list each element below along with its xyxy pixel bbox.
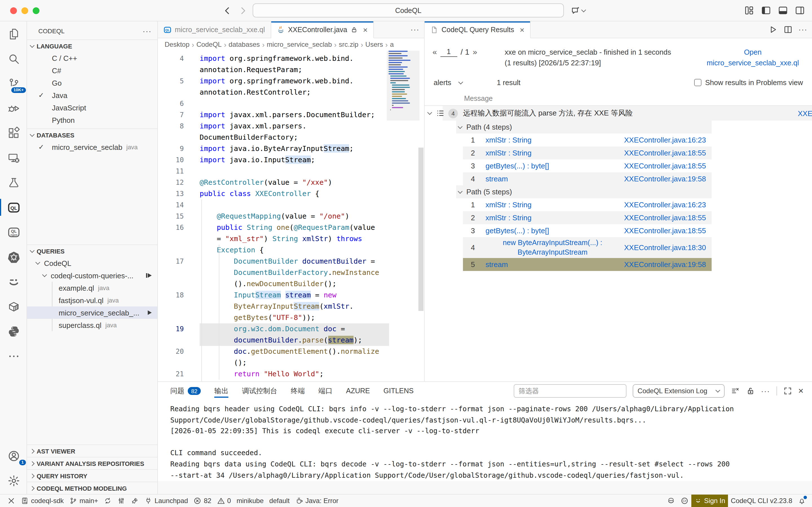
query-file-superclass-ql[interactable]: superclass.qljava bbox=[27, 319, 157, 331]
language-item-go[interactable]: Go bbox=[27, 76, 157, 89]
activity-feedback-smiley-icon[interactable] bbox=[0, 269, 27, 294]
code-line[interactable]: 11 bbox=[158, 166, 424, 177]
code-line[interactable]: annotation.RestController; bbox=[158, 87, 424, 98]
path-group-header[interactable]: Path (4 steps) bbox=[456, 121, 712, 133]
breadcrumb-item[interactable]: a bbox=[390, 41, 394, 48]
code-line[interactable]: 17 DocumentBuilder documentBuilder = bbox=[158, 256, 424, 267]
results-more-actions-icon[interactable]: ··· bbox=[799, 25, 808, 34]
status-default[interactable]: default bbox=[266, 495, 292, 507]
section-ast-viewer[interactable]: AST VIEWER bbox=[27, 445, 157, 457]
code-line[interactable]: ().newDocumentBuilder(); bbox=[158, 278, 424, 290]
output-channel-select[interactable]: CodeQL Extension Log bbox=[632, 384, 724, 398]
customize-layout-icon[interactable] bbox=[744, 5, 755, 16]
breadcrumb-item[interactable]: Users bbox=[365, 41, 383, 48]
code-line[interactable]: annotation.RequestParam; bbox=[158, 64, 424, 75]
status-codeql-cli-v2-23-8[interactable]: CodeQL CLI v2.23.8 bbox=[728, 495, 795, 507]
activity-source-control-icon[interactable]: 10K+ bbox=[0, 71, 27, 96]
alert-location-link[interactable]: XXEController.java:16:23 bbox=[794, 107, 812, 120]
zoom-window-button[interactable] bbox=[33, 7, 40, 14]
status-minikube[interactable]: minikube bbox=[234, 495, 266, 507]
step-location-link[interactable]: XXEController.java:18:30 bbox=[624, 243, 706, 252]
output-filter-input[interactable] bbox=[513, 384, 626, 398]
open-query-link[interactable]: Open micro_service_seclab_xxe.ql bbox=[699, 47, 806, 68]
code-line[interactable]: 19 org.w3c.dom.Document doc = bbox=[158, 323, 424, 335]
path-step-row[interactable]: 1xmlStr : StringXXEController.java:16:23 bbox=[463, 133, 712, 147]
close-window-button[interactable] bbox=[10, 7, 17, 14]
prev-page-icon[interactable]: « bbox=[433, 47, 437, 56]
section-variant-analysis-repositories[interactable]: VARIANT ANALYSIS REPOSITORIES bbox=[27, 457, 157, 469]
code-line[interactable]: 9import java.io.ByteArrayInputStream; bbox=[158, 143, 424, 154]
tab-micro-service-seclab-xxe-ql[interactable]: QL micro_service_seclab_xxe.ql bbox=[158, 21, 271, 38]
section-codeql-method-modeling[interactable]: CODEQL METHOD MODELING bbox=[27, 482, 157, 494]
step-location-link[interactable]: XXEController.java:16:23 bbox=[624, 136, 706, 144]
toggle-panel-icon[interactable] bbox=[777, 5, 788, 16]
code-line[interactable]: Exception { bbox=[158, 244, 424, 256]
path-step-row[interactable]: 3getBytes(...) : byte[]XXEController.jav… bbox=[463, 224, 712, 237]
code-line[interactable]: ByteArrayInputStream(xmlStr. bbox=[158, 301, 424, 312]
activity-accounts-icon[interactable]: 1 bbox=[0, 443, 27, 468]
tree-item-query-folder[interactable]: codeql-custom-queries-... bbox=[27, 269, 157, 282]
step-location-link[interactable]: XXEController.java:18:55 bbox=[624, 214, 706, 222]
breadcrumb-item[interactable]: databases bbox=[229, 41, 260, 48]
unlock-icon[interactable] bbox=[746, 386, 755, 395]
toggle-primary-sidebar-icon[interactable] bbox=[761, 5, 771, 16]
copilot-chat-button[interactable] bbox=[571, 5, 585, 15]
step-label-link[interactable]: xmlStr : String bbox=[486, 136, 619, 144]
output-log[interactable]: Reading bqrs header using CodeQL CLI: bq… bbox=[158, 400, 812, 481]
code-line[interactable]: 6 bbox=[158, 98, 424, 109]
chevron-down-icon[interactable] bbox=[427, 110, 432, 115]
code-line[interactable]: 5import org.springframework.web.bind. bbox=[158, 75, 424, 87]
back-icon[interactable] bbox=[222, 5, 232, 15]
panel-tab-终端[interactable]: 终端 bbox=[291, 382, 305, 400]
editor-scrollbar[interactable] bbox=[418, 148, 423, 311]
step-label-link[interactable]: new ByteArrayInputStream(...) : ByteArra… bbox=[486, 238, 619, 257]
step-label-link[interactable]: xmlStr : String bbox=[486, 201, 619, 209]
path-step-row[interactable]: 5streamXXEController.java:19:58 bbox=[463, 258, 712, 271]
status-sign-in[interactable]: Sign In bbox=[691, 495, 728, 507]
tab-codeql-query-results[interactable]: CodeQL Query Results × bbox=[424, 21, 530, 38]
step-location-link[interactable]: XXEController.java:16:23 bbox=[624, 201, 706, 209]
language-item-c-[interactable]: C# bbox=[27, 64, 157, 76]
status-csharp[interactable]: C# bbox=[677, 495, 691, 507]
code-line[interactable]: getBytes("UTF-8")); bbox=[158, 312, 424, 323]
run-query-icon[interactable] bbox=[148, 311, 152, 315]
query-file-example-ql[interactable]: example.qljava bbox=[27, 282, 157, 294]
step-label-link[interactable]: stream bbox=[486, 260, 619, 269]
database-item-micro_service_seclab[interactable]: ✓micro_service_seclabjava bbox=[27, 141, 157, 153]
activity-explorer-icon[interactable] bbox=[0, 21, 27, 46]
code-line[interactable]: (); bbox=[158, 357, 424, 369]
status-java-error[interactable]: Java: Error bbox=[292, 495, 341, 507]
panel-tab-问题[interactable]: 问题82 bbox=[170, 382, 201, 400]
step-location-link[interactable]: XXEController.java:18:55 bbox=[624, 149, 706, 157]
clear-output-icon[interactable] bbox=[730, 386, 740, 395]
step-location-link[interactable]: XXEController.java:18:55 bbox=[624, 226, 706, 235]
close-icon[interactable]: × bbox=[363, 25, 367, 34]
activity-codeql-icon[interactable]: QL bbox=[0, 195, 27, 220]
code-line[interactable]: DocumentBuilderFactory.newInstance bbox=[158, 267, 424, 278]
language-item-java[interactable]: ✓Java bbox=[27, 89, 157, 101]
code-editor[interactable]: 4import org.springframework.web.bind.ann… bbox=[158, 51, 424, 381]
panel-more-actions-icon[interactable]: ··· bbox=[761, 387, 770, 395]
breadcrumb-item[interactable]: src.zip bbox=[339, 41, 358, 48]
editor-more-actions-icon[interactable]: ··· bbox=[410, 25, 419, 34]
view-mode-dropdown[interactable]: alerts bbox=[434, 78, 497, 87]
step-location-link[interactable]: XXEController.java:19:58 bbox=[624, 260, 706, 269]
command-center-search[interactable]: CodeQL bbox=[253, 3, 564, 17]
panel-tab-调试控制台[interactable]: 调试控制台 bbox=[242, 382, 277, 400]
code-line[interactable]: 16 public String one(@RequestParam(value bbox=[158, 222, 424, 233]
path-step-row[interactable]: 1xmlStr : StringXXEController.java:16:23 bbox=[463, 198, 712, 211]
panel-tab-端口[interactable]: 端口 bbox=[318, 382, 333, 400]
activity-search-icon[interactable] bbox=[0, 46, 27, 71]
status-codeql-sdk[interactable]: codeql-sdk bbox=[18, 495, 66, 507]
breadcrumb-item[interactable]: micro_service_seclab bbox=[267, 41, 332, 48]
activity-extensions-icon[interactable] bbox=[0, 121, 27, 145]
maximize-panel-icon[interactable] bbox=[783, 386, 792, 395]
path-step-row[interactable]: 2xmlStr : StringXXEController.java:18:55 bbox=[463, 147, 712, 159]
path-step-row[interactable]: 3getBytes(...) : byte[]XXEController.jav… bbox=[463, 159, 712, 172]
next-page-icon[interactable]: » bbox=[473, 47, 477, 56]
path-group-header[interactable]: Path (5 steps) bbox=[456, 185, 712, 198]
page-number-input[interactable] bbox=[441, 47, 457, 57]
panel-tab-输出[interactable]: 输出 bbox=[214, 382, 229, 400]
code-line[interactable]: 14 bbox=[158, 200, 424, 211]
status-rocket[interactable] bbox=[128, 495, 142, 507]
